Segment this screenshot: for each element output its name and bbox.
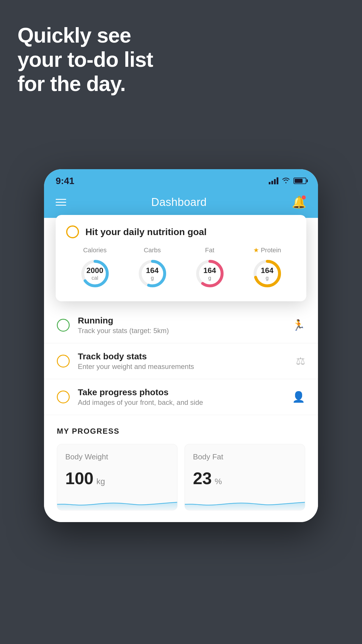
stat-label: Calories bbox=[83, 246, 107, 254]
nutrition-checkbox[interactable] bbox=[66, 225, 79, 238]
stat-label-starred: ★Protein bbox=[253, 246, 281, 254]
progress-card[interactable]: Body Fat23% bbox=[184, 444, 305, 510]
donut-unit: g bbox=[203, 275, 216, 281]
donut-unit: cal bbox=[87, 275, 103, 281]
todo-desc: Track your stats (target: 5km) bbox=[78, 327, 284, 335]
todo-checkbox[interactable] bbox=[57, 319, 70, 332]
phone-frame: 9:41 Dashboard 🔔 bbox=[44, 169, 318, 522]
todo-text: RunningTrack your stats (target: 5km) bbox=[78, 316, 284, 335]
todo-name: Running bbox=[78, 316, 284, 326]
nutrition-stat-col: Carbs 164 g bbox=[136, 246, 168, 290]
wifi-icon bbox=[282, 176, 290, 186]
stat-label: Carbs bbox=[144, 246, 161, 254]
nutrition-stat-col: ★Protein 164 g bbox=[251, 246, 283, 290]
progress-unit: kg bbox=[96, 477, 105, 486]
donut-center: 164 g bbox=[261, 266, 273, 281]
donut-value: 164 bbox=[146, 266, 159, 275]
todo-desc: Add images of your front, back, and side bbox=[78, 398, 284, 407]
todo-name: Take progress photos bbox=[78, 387, 284, 397]
donut-chart: 164 g bbox=[251, 258, 283, 290]
todo-type-icon: 🏃 bbox=[292, 319, 305, 331]
progress-value: 23 bbox=[193, 468, 212, 488]
donut-value: 164 bbox=[261, 266, 273, 275]
donut-chart: 164 g bbox=[136, 258, 168, 290]
donut-chart: 164 g bbox=[194, 258, 226, 290]
todo-item[interactable]: RunningTrack your stats (target: 5km)🏃 bbox=[44, 307, 318, 343]
nutrition-card: Hit your daily nutrition goal Calories 2… bbox=[56, 215, 306, 301]
battery-icon bbox=[294, 178, 306, 184]
donut-center: 164 g bbox=[203, 266, 216, 281]
hero-line3: for the day. bbox=[17, 72, 153, 96]
hero-text: Quickly see your to-do list for the day. bbox=[17, 23, 153, 96]
app-header: Dashboard 🔔 bbox=[44, 190, 318, 218]
app-body: THINGS TO DO TODAY Hit your daily nutrit… bbox=[44, 218, 318, 522]
progress-value-row: 100kg bbox=[65, 468, 169, 488]
nutrition-stat-col: Calories 2000 cal bbox=[79, 246, 111, 290]
stat-label-text: Protein bbox=[261, 246, 281, 254]
progress-heading: MY PROGRESS bbox=[57, 427, 305, 436]
stat-label: Fat bbox=[205, 246, 215, 254]
star-icon: ★ bbox=[253, 246, 259, 254]
notification-badge bbox=[302, 195, 306, 200]
progress-value-row: 23% bbox=[193, 468, 297, 488]
donut-value: 2000 bbox=[87, 266, 103, 275]
hero-line2: your to-do list bbox=[17, 48, 153, 72]
menu-button[interactable] bbox=[56, 199, 66, 206]
todo-checkbox[interactable] bbox=[57, 355, 70, 368]
progress-card[interactable]: Body Weight100kg bbox=[57, 444, 178, 510]
todo-list: RunningTrack your stats (target: 5km)🏃Tr… bbox=[44, 307, 318, 415]
donut-center: 2000 cal bbox=[87, 266, 103, 281]
todo-type-icon: ⚖ bbox=[296, 355, 305, 367]
progress-cards: Body Weight100kg Body Fat23% bbox=[57, 444, 305, 510]
progress-unit: % bbox=[215, 477, 222, 486]
donut-unit: g bbox=[146, 275, 159, 281]
nutrition-stats: Calories 2000 cal Carbs 164 g Fat 164 g … bbox=[66, 246, 296, 290]
todo-type-icon: 👤 bbox=[292, 391, 305, 403]
nutrition-title: Hit your daily nutrition goal bbox=[85, 227, 207, 237]
wave-chart bbox=[57, 493, 177, 510]
notification-button[interactable]: 🔔 bbox=[292, 195, 306, 209]
status-bar: 9:41 bbox=[44, 169, 318, 190]
donut-chart: 2000 cal bbox=[79, 258, 111, 290]
nutrition-stat-col: Fat 164 g bbox=[194, 246, 226, 290]
progress-section: MY PROGRESS Body Weight100kg Body Fat23% bbox=[44, 415, 318, 522]
donut-unit: g bbox=[261, 275, 273, 281]
progress-value: 100 bbox=[65, 468, 94, 488]
signal-icon bbox=[269, 177, 278, 184]
status-icons bbox=[269, 176, 306, 186]
status-time: 9:41 bbox=[56, 176, 74, 186]
todo-text: Track body statsEnter your weight and me… bbox=[78, 351, 288, 371]
todo-item[interactable]: Take progress photosAdd images of your f… bbox=[44, 379, 318, 415]
app-title: Dashboard bbox=[151, 196, 207, 209]
hero-line1: Quickly see bbox=[17, 23, 153, 48]
wave-chart bbox=[185, 493, 305, 510]
progress-card-title: Body Fat bbox=[193, 452, 297, 461]
todo-desc: Enter your weight and measurements bbox=[78, 363, 288, 371]
todo-item[interactable]: Track body statsEnter your weight and me… bbox=[44, 343, 318, 379]
nutrition-title-row: Hit your daily nutrition goal bbox=[66, 225, 296, 238]
todo-text: Take progress photosAdd images of your f… bbox=[78, 387, 284, 407]
todo-checkbox[interactable] bbox=[57, 391, 70, 403]
donut-value: 164 bbox=[203, 266, 216, 275]
progress-card-title: Body Weight bbox=[65, 452, 169, 461]
todo-name: Track body stats bbox=[78, 351, 288, 361]
donut-center: 164 g bbox=[146, 266, 159, 281]
